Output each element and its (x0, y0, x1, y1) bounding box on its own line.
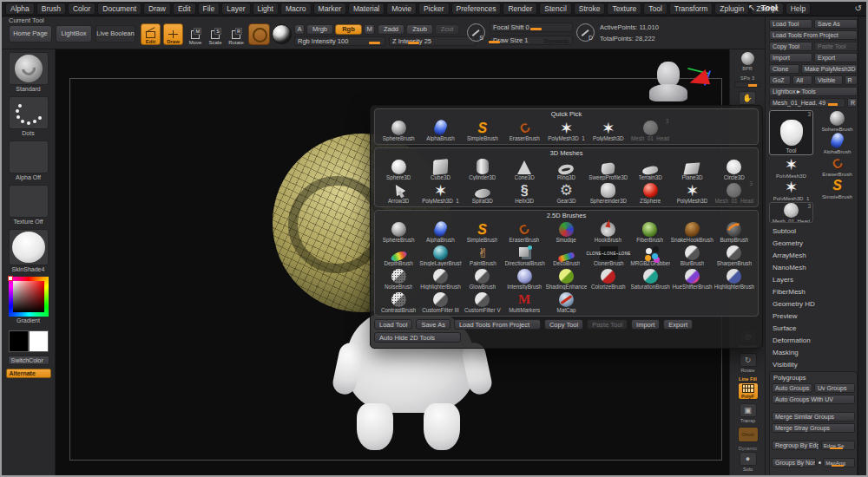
m-toggle[interactable]: M (364, 24, 375, 35)
subpalette-subtool[interactable]: Subtool (769, 225, 858, 237)
menu-item-macro[interactable]: Macro (280, 3, 312, 15)
edge-se-slider[interactable]: Edge Se (821, 441, 855, 450)
subpalette-nanomesh[interactable]: NanoMesh (769, 261, 858, 273)
brush-item-bumpbrush[interactable]: BumpBrush (713, 219, 755, 243)
brush-item-terrain3d[interactable]: Terrain3D (629, 157, 671, 180)
a-toggle[interactable]: A (294, 24, 305, 35)
menu-item-texture[interactable]: Texture (607, 3, 641, 15)
brush-item-multimarkers[interactable]: MultiMarkers (503, 290, 545, 313)
mesh-head-slider[interactable]: Mesh_01_Head. 49 (769, 98, 845, 108)
menu-item-tool[interactable]: Tool (643, 3, 667, 15)
gradient-picker[interactable] (9, 277, 49, 317)
brush-item-cylinder3d[interactable]: Cylinder3D (462, 157, 503, 180)
lightbox-tools-button[interactable]: Lightbox►Tools (769, 87, 858, 96)
brush-item-fiberbrush[interactable]: FiberBrush (629, 219, 671, 243)
save-as-button[interactable]: Save As (416, 319, 450, 330)
thumb-spherebrush[interactable]: SphereBrush (817, 110, 858, 131)
menu-item-layer[interactable]: Layer (221, 3, 250, 15)
zadd-toggle[interactable]: Zadd (378, 24, 404, 35)
brush-item-blurbrush[interactable]: BlurBrush (672, 243, 713, 266)
auto-groups-button[interactable]: Auto Groups (772, 383, 812, 393)
menu-item-stencil[interactable]: Stencil (539, 3, 572, 15)
subpalette-geometry-hd[interactable]: Geometry HD (769, 297, 858, 310)
brush-item-polymesh3d[interactable]: PolyMesh3D (671, 180, 713, 204)
menu-item-stroke[interactable]: Stroke (574, 3, 606, 15)
slider-handle[interactable] (369, 42, 380, 44)
brush-item-glowbrush[interactable]: GlowBrush (462, 266, 503, 290)
brush-item-arrow3d[interactable]: Arrow3D (378, 180, 419, 204)
brush-item-highlighterbrush[interactable]: HighlighterBrush (419, 266, 461, 290)
uv-groups-button[interactable]: Uv Groups (814, 383, 855, 393)
lightbox-button[interactable]: LightBox (56, 25, 92, 42)
brush-item-eraserbrush[interactable]: EraserBrush (503, 219, 545, 243)
brush-item-simplebrush[interactable]: SimpleBrush (462, 118, 503, 141)
secondary-color-swatch[interactable] (29, 330, 49, 352)
r-button[interactable]: R (845, 75, 858, 85)
menu-item-file[interactable]: File (198, 3, 220, 15)
active-tool-thumbnail[interactable]: 3Tool (769, 110, 813, 155)
strip-bpr[interactable]: BPR (733, 52, 762, 71)
brush-item-plane3d[interactable]: Plane3D (671, 157, 713, 180)
edit-mode-button[interactable]: Edit (141, 23, 161, 45)
merge-similar-groups-button[interactable]: Merge Similar Groups (772, 412, 855, 421)
mrgb-toggle[interactable]: Mrgb (306, 24, 333, 35)
brush-item-contrastbrush[interactable]: ContrastBrush (378, 290, 419, 313)
brush-item-sweepprofile3d[interactable]: SweepProfile3D (588, 157, 629, 180)
brush-item-polymesh3d-1[interactable]: PolyMesh3D_1 (419, 180, 461, 204)
slider-handle[interactable] (489, 41, 500, 43)
slider-handle[interactable] (408, 42, 419, 44)
export-button[interactable]: Export (663, 319, 693, 330)
menu-item-zplugin[interactable]: Zplugin (714, 3, 749, 15)
brush-item-zsphere[interactable]: ZSphere (629, 180, 671, 204)
current-material-icon[interactable] (272, 24, 292, 44)
strip-rotate-button[interactable]: ↻Rotate (733, 353, 763, 373)
all-button[interactable]: All (792, 75, 812, 85)
thumb-polymesh3d-1[interactable]: PolyMesh3D_1 (769, 180, 813, 200)
save-as-button[interactable]: Save As (814, 19, 858, 29)
focal-shift-slider[interactable]: Focal Shift 0 (490, 23, 573, 32)
zcut-toggle[interactable]: Zcut (435, 24, 459, 35)
draw-mode-button[interactable]: Draw (163, 23, 183, 45)
brush-item-directionalbrush[interactable]: DirectionalBrush (504, 243, 546, 266)
brush-item-sphereinder3d[interactable]: Sphereinder3D (588, 180, 629, 204)
paste-tool-button[interactable]: Paste Tool (587, 319, 628, 330)
brush-item-customfilter-v[interactable]: CustomFilter V (462, 290, 503, 313)
subpalette-deformation[interactable]: Deformation (769, 334, 858, 346)
spix-slider[interactable] (734, 82, 760, 88)
brush-item-mrgbzgrabber[interactable]: MRGBZGrabber (629, 243, 671, 266)
restore-icon[interactable]: ↺ (855, 3, 862, 13)
load-tools-from-project-button[interactable]: Load Tools From Project (454, 319, 541, 330)
visible-button[interactable]: Visible (814, 75, 843, 85)
subpalette-layers[interactable]: Layers (769, 273, 858, 285)
subpalette-fibermesh[interactable]: FiberMesh (769, 285, 858, 297)
load-tool-button[interactable]: Load Tool (374, 319, 412, 330)
brush-item-highlighterbrush[interactable]: HighlighterBrush (713, 266, 755, 290)
strip-ghost-button[interactable]: Ghost (733, 427, 763, 442)
stroke-picker-button[interactable]: S (467, 23, 485, 42)
brush-item-saturationbrush[interactable]: SaturationBrush (629, 266, 671, 290)
brush-item-paintbrush[interactable]: PaintBrush (462, 243, 503, 266)
brush-item-gear3d[interactable]: Gear3D (545, 180, 587, 204)
brush-item-hookbrush[interactable]: HookBrush (587, 219, 628, 243)
brush-item-cone3d[interactable]: Cone3D (503, 157, 545, 180)
depth-picker-button[interactable]: D (576, 23, 595, 42)
subpalette-masking[interactable]: Masking (769, 346, 858, 358)
thumb-alphabrush[interactable]: AlphaBrush (817, 133, 858, 154)
menu-item-help[interactable]: Help (786, 3, 811, 15)
auto-groups-with-uv-button[interactable]: Auto Groups With UV (772, 395, 855, 404)
brush-item-noisebrush[interactable]: NoiseBrush (378, 266, 419, 290)
strip-polyf-button[interactable]: Line FillPolyF (733, 376, 763, 400)
strip-solo-button[interactable]: Dynamic●Solo (733, 446, 763, 472)
slider-handle[interactable] (530, 28, 542, 30)
subpalette-surface[interactable]: Surface (769, 322, 858, 334)
alternate-button[interactable]: Alternate (6, 369, 51, 378)
menu-item-transform[interactable]: Transform (669, 3, 713, 15)
tray-item-dots[interactable]: Dots (9, 96, 49, 140)
menu-item-edit[interactable]: Edit (173, 3, 196, 15)
menu-item-alpha[interactable]: Alpha (5, 3, 35, 15)
menu-item-preferences[interactable]: Preferences (451, 3, 502, 15)
brush-item-spherebrush[interactable]: SphereBrush (378, 219, 419, 243)
menu-item-picker[interactable]: Picker (418, 3, 450, 15)
brush-item-ring3d[interactable]: Ring3D (545, 157, 587, 180)
brush-item-circle3d[interactable]: Circle3D (713, 157, 755, 180)
